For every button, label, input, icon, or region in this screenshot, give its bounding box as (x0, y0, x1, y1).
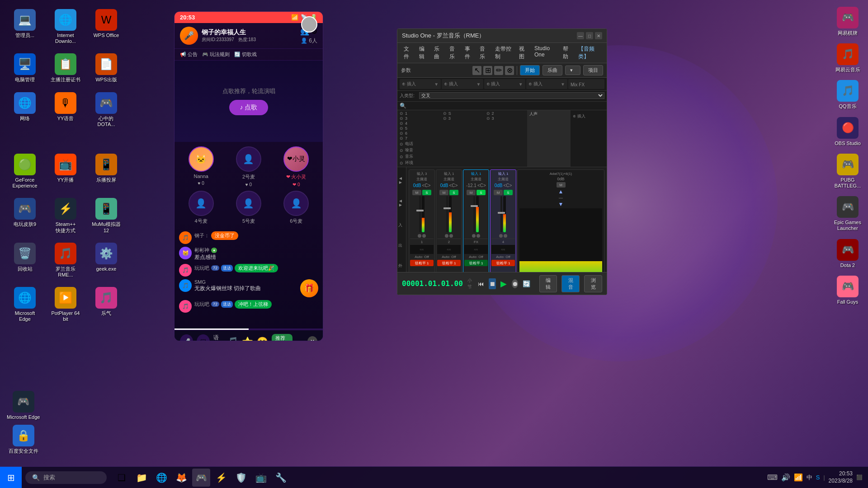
desktop-icon-pcmgr[interactable]: 🖥️ 电脑管理 (7, 51, 43, 85)
ch3-mute[interactable]: M (412, 190, 421, 195)
cursor-tool[interactable]: ↖ (472, 66, 481, 75)
rules-btn[interactable]: 🎮 玩法规则 (202, 51, 230, 58)
ch3-eq[interactable]: <C> (422, 183, 430, 188)
ch1c-fader[interactable] (500, 196, 502, 232)
desktop-icon-skin[interactable]: 🎮 电玩皮肤9 (7, 196, 43, 235)
ch3-knob2[interactable] (422, 234, 426, 238)
zoom-icon[interactable]: 🔍 (400, 103, 406, 109)
desktop-icon-qqmusic[interactable]: 🎵 QQ音乐 (832, 78, 863, 112)
desktop-icon-netease-music[interactable]: 🎵 网易云音乐 (832, 41, 863, 75)
tray-network[interactable]: 📶 (794, 473, 803, 482)
play-btn[interactable]: ▶ (500, 278, 507, 289)
loop-btn[interactable]: 🔄 (523, 278, 530, 289)
io-expand-1[interactable]: ▼ (434, 82, 439, 87)
close-btn-studio[interactable]: ✕ (595, 32, 602, 39)
ch1b-knob1[interactable] (472, 234, 476, 238)
tray-lang[interactable]: 中 (807, 474, 812, 482)
pencil-tool[interactable]: ✏ (494, 66, 503, 75)
desktop-icon-potplayer[interactable]: ▶️ PotPlayer 64bit (47, 285, 84, 324)
mic-control-btn[interactable]: 🎤 (180, 334, 193, 341)
tray-keyboard[interactable]: ⌨ (767, 473, 778, 482)
adat-down[interactable]: ▼ (558, 201, 564, 207)
desktop-icon-dota2[interactable]: 🎮 Dota 2 (832, 237, 863, 271)
desktop-icon-yy-broadcast[interactable]: 📺 YY开播 (47, 151, 84, 191)
shield-btn[interactable]: 🛡 (197, 334, 210, 341)
desktop-icon-edge[interactable]: 🌐 MicrosoftEdge (7, 285, 43, 324)
ch1c-mute[interactable]: M (494, 190, 503, 195)
tray-ime[interactable]: S (816, 474, 820, 481)
taskbar-search[interactable]: 🔍 搜索 (25, 471, 107, 484)
desktop-icon-anchor[interactable]: 📋 主播注册证书 (47, 51, 84, 85)
desktop-icon-recycle[interactable]: 🗑️ 回收站 (7, 240, 43, 280)
notice-btn[interactable]: 📢 公告 (180, 51, 198, 58)
desktop-icon-geek[interactable]: ⚙️ geek.exe (88, 240, 124, 280)
menu-studioone[interactable]: Studio One (532, 44, 559, 61)
desktop-icon-dota[interactable]: 🎮 心中的DOTA... (88, 90, 124, 130)
menu-music[interactable]: 音乐 (447, 44, 461, 61)
record-btn[interactable]: ⏺ (512, 279, 518, 288)
taskbar-icon-broadcast[interactable]: 📺 (252, 469, 270, 487)
desktop-icon-wpspub[interactable]: 📄 WPS出版 (88, 51, 124, 85)
menu-event[interactable]: 事件 (462, 44, 476, 61)
desktop-icon-leibo[interactable]: 📱 乐播投屏 (88, 151, 124, 191)
taskbar-icon-security[interactable]: 🛡️ (232, 469, 250, 487)
desktop-icon-internet[interactable]: 🌐 InternetDownlo... (47, 7, 84, 47)
ch3-solo[interactable]: S (422, 190, 431, 195)
ch3-comp[interactable]: 0dB (413, 183, 421, 188)
browse-action[interactable]: 浏览 (584, 275, 602, 292)
taskbar-icon-file-explorer[interactable]: 📁 (132, 469, 151, 487)
desktop-icon-wps[interactable]: W WPS Office (88, 7, 124, 47)
desktop-icon-pubg[interactable]: 🎮 PUBGBATTLEG... (832, 151, 863, 191)
adat-up[interactable]: ▲ (558, 188, 564, 195)
taskbar-icon-firefox[interactable]: 🦊 (172, 469, 190, 487)
ch1a-fader[interactable] (446, 196, 448, 232)
io-expand-4[interactable]: ▼ (561, 82, 565, 87)
tray-volume[interactable]: 🔊 (781, 473, 790, 482)
star-icon[interactable]: ⭐ (242, 336, 253, 341)
note-icon[interactable]: 🎵 (227, 336, 238, 341)
desktop-icon-admin[interactable]: 💻 管理员... (7, 7, 43, 47)
desktop-icon-obs[interactable]: 🔴 OBS Studio (832, 115, 863, 149)
mix-action[interactable]: 混音 (561, 275, 580, 292)
close-btn[interactable]: ✕ (307, 336, 317, 341)
ch1a-knob2[interactable] (449, 234, 453, 238)
song-button[interactable]: ♪ 点歌 (229, 100, 269, 115)
ch1a-knob1[interactable] (445, 234, 448, 238)
emoji-icon[interactable]: 😀 (257, 336, 268, 341)
ch1b-knob2[interactable] (476, 234, 480, 238)
taskbar-icon-settings[interactable]: 🔧 (272, 469, 290, 487)
desktop-icon-pocketgames[interactable]: 🎮 网易棋牌 (832, 5, 863, 38)
desktop-icon-network[interactable]: 🌐 网络 (7, 90, 43, 130)
menu-help[interactable]: 帮助 (560, 44, 575, 61)
ch1b-fader[interactable] (473, 196, 475, 232)
more-icon[interactable]: ··· (296, 337, 304, 342)
desktop-icon-geforce[interactable]: 🟢 GeForceExperience (7, 151, 43, 191)
ch1a-mute[interactable]: M (439, 190, 448, 195)
taskbar-icon-task-view[interactable]: ❑ (113, 469, 131, 487)
ch3-knob1[interactable] (418, 234, 421, 238)
menu-edit[interactable]: 编辑 (416, 44, 431, 61)
ch1b-mute[interactable]: M (467, 190, 476, 195)
recommend-tag[interactable]: 推荐中 (272, 334, 292, 341)
input-type-select[interactable]: 交叉 (419, 92, 604, 99)
adat-mute[interactable]: M (557, 182, 566, 188)
project-btn[interactable]: 项目 (583, 65, 603, 75)
desktop-icon-epic[interactable]: 🎮 Epic GamesLauncher (832, 194, 863, 234)
edit-action[interactable]: 编辑 (539, 275, 557, 292)
rewind-btn[interactable]: ⏮ (477, 278, 484, 289)
io-expand-2[interactable]: ▼ (476, 82, 481, 87)
ch1b-solo[interactable]: S (476, 190, 486, 195)
start-btn[interactable]: 开始 (520, 65, 540, 75)
taskbar-icon-app1[interactable]: ⚡ (212, 469, 230, 487)
ch1c-knob1[interactable] (499, 234, 503, 238)
ch1b-eq[interactable]: <C> (477, 183, 486, 188)
desktop-icon-steam[interactable]: 🎮 Microsoft Edge (5, 389, 42, 422)
menu-file[interactable]: 文件 (401, 44, 415, 61)
taskbar-icon-edge[interactable]: 🌐 (152, 469, 170, 487)
desktop-icon-roland[interactable]: 🎵 罗兰音乐RME... (47, 240, 84, 280)
tray-action-center[interactable]: ⬛ (856, 474, 863, 480)
song-select[interactable]: ▾ (565, 66, 580, 75)
song-btn[interactable]: 乐曲 (542, 65, 562, 75)
desktop-icon-fallguys[interactable]: 🎮 Fall Guys (832, 273, 863, 307)
io-expand-3[interactable]: ▼ (519, 82, 523, 87)
